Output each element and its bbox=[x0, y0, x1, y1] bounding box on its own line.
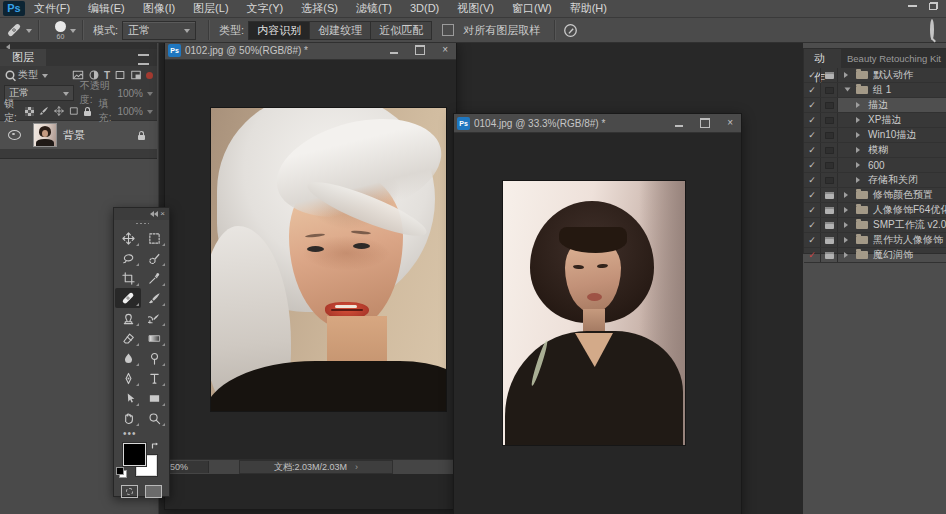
action-check[interactable]: ✓ bbox=[804, 113, 821, 127]
collapse-arrow-icon[interactable] bbox=[845, 88, 851, 95]
action-check[interactable]: ✓ bbox=[804, 203, 821, 217]
expand-arrow-icon[interactable] bbox=[844, 237, 851, 243]
menu-view[interactable]: 视图(V) bbox=[448, 0, 503, 17]
action-dialog-toggle[interactable] bbox=[821, 83, 838, 97]
action-dialog-toggle[interactable] bbox=[821, 233, 838, 247]
zoom-tool-button[interactable] bbox=[141, 408, 167, 428]
proximity-match-button[interactable]: 近似匹配 bbox=[371, 21, 432, 40]
tab-beauty-retouching-kit[interactable]: Beauty Retouching Kit bbox=[841, 49, 946, 68]
action-dialog-toggle[interactable] bbox=[821, 248, 838, 262]
expand-arrow-icon[interactable] bbox=[856, 132, 863, 138]
action-check[interactable]: ✓ bbox=[804, 83, 821, 97]
doc1-maximize-icon[interactable] bbox=[415, 45, 425, 55]
filter-chevron-icon[interactable] bbox=[42, 74, 48, 81]
doc2-close-icon[interactable]: × bbox=[727, 118, 733, 128]
search-icon[interactable] bbox=[930, 21, 934, 39]
expand-arrow-icon[interactable] bbox=[844, 222, 851, 228]
action-check[interactable]: ✓ bbox=[804, 188, 821, 202]
doc1-info-field[interactable]: 文档:2.03M/2.03M › bbox=[239, 460, 393, 474]
menu-edit[interactable]: 编辑(E) bbox=[79, 0, 134, 17]
action-row-win10-stroke[interactable]: ✓ Win10描边 bbox=[804, 128, 946, 143]
crop-tool-button[interactable] bbox=[115, 268, 141, 288]
expand-arrow-icon[interactable] bbox=[844, 72, 851, 78]
foreground-color-swatch[interactable] bbox=[123, 443, 146, 466]
action-check[interactable]: ✓ bbox=[804, 68, 821, 82]
layer-thumbnail[interactable] bbox=[33, 123, 57, 147]
create-texture-button[interactable]: 创建纹理 bbox=[310, 21, 371, 40]
filter-smart-object-icon[interactable] bbox=[130, 69, 142, 81]
expand-arrow-icon[interactable] bbox=[844, 207, 851, 213]
doc1-info-arrow-icon[interactable]: › bbox=[355, 462, 358, 472]
screen-mode-button[interactable] bbox=[145, 485, 162, 498]
shape-tool-button[interactable] bbox=[141, 388, 167, 408]
action-check[interactable]: ✓ bbox=[804, 173, 821, 187]
action-check[interactable]: ✓ bbox=[804, 248, 821, 262]
sample-all-layers-checkbox[interactable] bbox=[442, 24, 454, 36]
tab-actions[interactable]: 动作 bbox=[804, 49, 841, 68]
action-check[interactable]: ✓ bbox=[804, 98, 821, 112]
blur-tool-button[interactable] bbox=[115, 348, 141, 368]
spot-healing-preset-icon[interactable] bbox=[6, 22, 22, 38]
doc1-close-icon[interactable]: × bbox=[442, 45, 448, 55]
action-row-blur[interactable]: ✓ 模糊 bbox=[804, 143, 946, 158]
filter-shape-icon[interactable] bbox=[114, 69, 126, 81]
doc1-minimize-icon[interactable] bbox=[390, 52, 398, 54]
action-row-600[interactable]: ✓ 600 bbox=[804, 158, 946, 173]
action-dialog-toggle[interactable] bbox=[821, 98, 838, 112]
lasso-tool-button[interactable] bbox=[115, 248, 141, 268]
action-dialog-toggle[interactable] bbox=[821, 158, 838, 172]
doc2-canvas-image[interactable] bbox=[503, 181, 685, 445]
default-colors-icon[interactable] bbox=[116, 467, 127, 478]
expand-arrow-icon[interactable] bbox=[844, 252, 851, 258]
close-panel-icon[interactable]: × bbox=[160, 210, 165, 218]
action-row-magic-retouch[interactable]: ✓ 魔幻润饰 bbox=[804, 248, 946, 263]
lock-pixels-icon[interactable] bbox=[39, 106, 49, 116]
filter-kind-label[interactable]: 类型 bbox=[18, 68, 38, 82]
pen-tool-button[interactable] bbox=[115, 368, 141, 388]
action-dialog-toggle[interactable] bbox=[821, 188, 838, 202]
action-dialog-toggle[interactable] bbox=[821, 68, 838, 82]
action-check[interactable]: ✓ bbox=[804, 128, 821, 142]
move-tool-button[interactable] bbox=[115, 228, 141, 248]
lock-transparent-icon[interactable] bbox=[25, 107, 34, 116]
action-dialog-toggle[interactable] bbox=[821, 218, 838, 232]
expand-arrow-icon[interactable] bbox=[856, 162, 863, 168]
expand-arrow-icon[interactable] bbox=[856, 102, 863, 108]
swap-colors-icon[interactable] bbox=[150, 441, 160, 451]
brush-tool-button[interactable] bbox=[141, 288, 167, 308]
layer-name[interactable]: 背景 bbox=[63, 128, 85, 143]
action-row-retouch-color-presets[interactable]: ✓ 修饰颜色预置 bbox=[804, 188, 946, 203]
panel-menu-icon[interactable] bbox=[138, 54, 149, 65]
drag-grip[interactable] bbox=[114, 220, 169, 227]
eyedropper-tool-button[interactable] bbox=[141, 268, 167, 288]
app-restore-icon[interactable] bbox=[929, 2, 938, 10]
layer-row-background[interactable]: 背景 bbox=[0, 120, 157, 149]
doc2-maximize-icon[interactable] bbox=[700, 118, 710, 128]
menu-type[interactable]: 文字(Y) bbox=[238, 0, 293, 17]
action-row-portrait-retouch-f64[interactable]: ✓ 人像修饰F64优化版 bbox=[804, 203, 946, 218]
menu-window[interactable]: 窗口(W) bbox=[503, 0, 561, 17]
expand-arrow-icon[interactable] bbox=[844, 192, 851, 198]
hand-tool-button[interactable] bbox=[115, 408, 141, 428]
action-dialog-toggle[interactable] bbox=[821, 173, 838, 187]
doc1-zoom-field[interactable]: 50% bbox=[165, 461, 209, 473]
clone-stamp-tool-button[interactable] bbox=[115, 308, 141, 328]
menu-filter[interactable]: 滤镜(T) bbox=[347, 0, 401, 17]
dodge-tool-button[interactable] bbox=[141, 348, 167, 368]
action-row-default-actions[interactable]: ✓ 默认动作 bbox=[804, 68, 946, 83]
filter-toggle-icon[interactable] bbox=[146, 72, 153, 79]
doc2-minimize-icon[interactable] bbox=[675, 125, 683, 127]
action-check[interactable]: ✓ bbox=[804, 233, 821, 247]
expand-arrow-icon[interactable] bbox=[856, 177, 863, 183]
menu-select[interactable]: 选择(S) bbox=[292, 0, 347, 17]
content-aware-button[interactable]: 内容识别 bbox=[248, 21, 310, 40]
app-minimize-icon[interactable] bbox=[908, 5, 917, 7]
path-selection-tool-button[interactable] bbox=[115, 388, 141, 408]
menu-help[interactable]: 帮助(H) bbox=[561, 0, 616, 17]
collapse-panel-icon[interactable] bbox=[147, 211, 154, 217]
fill-value[interactable]: 100% bbox=[117, 106, 143, 117]
doc1-title-bar[interactable]: Ps 0102.jpg @ 50%(RGB/8#) * × bbox=[165, 41, 456, 60]
action-row-stroke-selected[interactable]: ✓ 描边 bbox=[804, 98, 946, 113]
expand-arrow-icon[interactable] bbox=[856, 117, 863, 123]
type-tool-button[interactable] bbox=[141, 368, 167, 388]
